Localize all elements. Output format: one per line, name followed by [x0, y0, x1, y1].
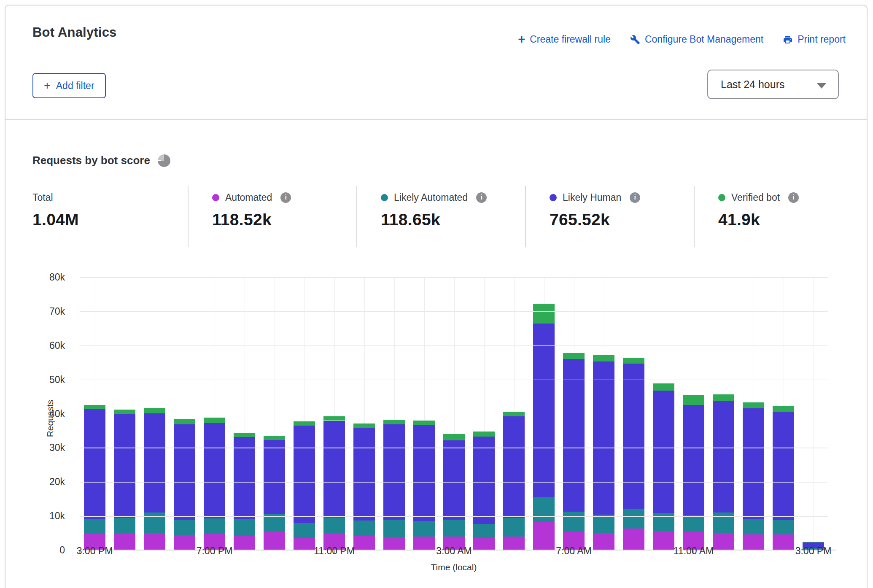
- info-icon[interactable]: i: [788, 192, 799, 203]
- segment-automated[interactable]: [234, 536, 256, 550]
- segment-likely-human[interactable]: [533, 324, 555, 497]
- segment-verified-bot[interactable]: [533, 304, 555, 324]
- segment-automated[interactable]: [533, 522, 555, 550]
- segment-automated[interactable]: [144, 533, 166, 550]
- segment-likely-automated[interactable]: [743, 519, 765, 534]
- segment-likely-human[interactable]: [713, 401, 735, 512]
- segment-automated[interactable]: [294, 538, 315, 550]
- segment-likely-human[interactable]: [294, 426, 315, 523]
- segment-likely-human[interactable]: [114, 414, 136, 518]
- segment-verified-bot[interactable]: [593, 355, 615, 361]
- segment-automated[interactable]: [353, 536, 375, 550]
- y-tick-label: 50k: [49, 374, 65, 385]
- segment-verified-bot[interactable]: [323, 416, 345, 421]
- segment-verified-bot[interactable]: [803, 542, 824, 542]
- add-filter-button[interactable]: + Add filter: [32, 73, 106, 98]
- segment-likely-human[interactable]: [234, 437, 256, 518]
- segment-automated[interactable]: [114, 534, 136, 550]
- segment-automated[interactable]: [773, 534, 795, 550]
- segment-likely-automated[interactable]: [443, 520, 465, 537]
- segment-verified-bot[interactable]: [353, 423, 375, 428]
- segment-automated[interactable]: [743, 534, 765, 550]
- segment-verified-bot[interactable]: [623, 358, 645, 364]
- segment-verified-bot[interactable]: [144, 408, 166, 413]
- segment-automated[interactable]: [593, 533, 615, 550]
- segment-likely-human[interactable]: [653, 391, 675, 513]
- segment-likely-automated[interactable]: [623, 509, 645, 529]
- segment-verified-bot[interactable]: [174, 419, 196, 424]
- segment-likely-automated[interactable]: [413, 521, 435, 537]
- segment-likely-human[interactable]: [743, 408, 765, 519]
- segment-likely-automated[interactable]: [533, 497, 555, 521]
- segment-automated[interactable]: [174, 535, 196, 550]
- segment-likely-automated[interactable]: [323, 518, 345, 534]
- segment-likely-human[interactable]: [323, 421, 345, 518]
- chart-plot-area[interactable]: [80, 277, 828, 550]
- segment-likely-automated[interactable]: [563, 512, 585, 532]
- segment-verified-bot[interactable]: [683, 395, 705, 405]
- segment-likely-human[interactable]: [503, 416, 525, 518]
- segment-likely-human[interactable]: [383, 424, 405, 520]
- segment-likely-automated[interactable]: [773, 520, 795, 534]
- segment-verified-bot[interactable]: [234, 433, 256, 437]
- segment-likely-automated[interactable]: [473, 524, 495, 538]
- segment-verified-bot[interactable]: [294, 421, 315, 426]
- segment-likely-human[interactable]: [353, 428, 375, 521]
- segment-automated[interactable]: [653, 531, 675, 550]
- segment-automated[interactable]: [503, 537, 525, 550]
- segment-likely-automated[interactable]: [174, 520, 196, 535]
- segment-verified-bot[interactable]: [773, 406, 795, 412]
- segment-likely-human[interactable]: [84, 409, 106, 519]
- segment-verified-bot[interactable]: [443, 434, 465, 440]
- segment-likely-human[interactable]: [413, 425, 435, 521]
- segment-automated[interactable]: [383, 537, 405, 550]
- segment-verified-bot[interactable]: [84, 405, 106, 410]
- section-title: Requests by bot score: [32, 154, 150, 167]
- segment-likely-automated[interactable]: [114, 518, 136, 534]
- info-icon[interactable]: i: [280, 192, 291, 203]
- info-icon[interactable]: i: [630, 192, 640, 203]
- segment-likely-automated[interactable]: [383, 520, 405, 537]
- segment-likely-automated[interactable]: [294, 523, 315, 538]
- segment-likely-human[interactable]: [204, 423, 226, 518]
- segment-verified-bot[interactable]: [653, 383, 675, 391]
- gridline-horizontal: [80, 516, 828, 517]
- segment-verified-bot[interactable]: [204, 418, 226, 423]
- segment-likely-human[interactable]: [773, 412, 795, 520]
- y-tick-label: 40k: [49, 408, 65, 419]
- print-report-link[interactable]: Print report: [783, 34, 846, 45]
- segment-verified-bot[interactable]: [473, 432, 495, 436]
- y-tick-label: 30k: [49, 442, 65, 453]
- create-firewall-rule-link[interactable]: + Create firewall rule: [518, 33, 611, 46]
- segment-likely-human[interactable]: [443, 440, 465, 520]
- segment-likely-automated[interactable]: [84, 519, 106, 534]
- segment-likely-human[interactable]: [264, 440, 286, 514]
- segment-likely-automated[interactable]: [204, 518, 226, 534]
- segment-likely-automated[interactable]: [234, 519, 256, 536]
- segment-likely-human[interactable]: [473, 437, 495, 524]
- info-icon[interactable]: i: [476, 192, 487, 203]
- segment-automated[interactable]: [473, 538, 495, 550]
- segment-likely-human[interactable]: [623, 364, 645, 509]
- segment-likely-human[interactable]: [144, 413, 166, 512]
- segment-automated[interactable]: [413, 537, 435, 550]
- segment-likely-human[interactable]: [593, 361, 615, 515]
- segment-automated[interactable]: [264, 531, 286, 550]
- segment-likely-human[interactable]: [174, 424, 196, 520]
- segment-verified-bot[interactable]: [264, 436, 286, 440]
- segment-verified-bot[interactable]: [383, 420, 405, 425]
- segment-likely-automated[interactable]: [503, 518, 525, 537]
- configure-bot-management-link[interactable]: Configure Bot Management: [630, 34, 763, 45]
- segment-automated[interactable]: [713, 533, 735, 550]
- segment-likely-automated[interactable]: [683, 515, 705, 532]
- time-range-select[interactable]: Last 24 hours: [707, 70, 839, 99]
- segment-verified-bot[interactable]: [563, 353, 585, 359]
- segment-verified-bot[interactable]: [713, 394, 735, 401]
- segment-verified-bot[interactable]: [413, 421, 435, 425]
- segment-verified-bot[interactable]: [743, 402, 765, 408]
- segment-likely-automated[interactable]: [593, 515, 615, 533]
- segment-likely-automated[interactable]: [353, 521, 375, 536]
- segment-likely-human[interactable]: [563, 359, 585, 512]
- segment-automated[interactable]: [623, 529, 645, 550]
- segment-likely-human[interactable]: [683, 405, 705, 515]
